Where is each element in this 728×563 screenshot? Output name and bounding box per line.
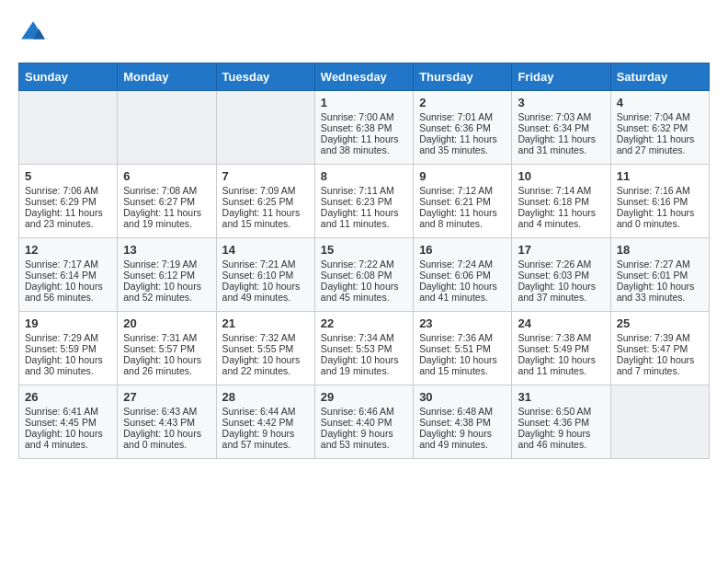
day-info-line: Sunset: 6:32 PM [617,122,703,133]
day-info-line: Sunrise: 7:36 AM [419,332,506,343]
day-info-line: Sunset: 6:27 PM [123,196,210,207]
day-info-line: Sunset: 6:01 PM [617,270,703,281]
day-number: 13 [123,243,210,257]
day-info-line: Sunrise: 7:17 AM [25,259,111,270]
day-info-line: Sunrise: 7:24 AM [419,259,506,270]
day-info-line: Daylight: 10 hours [222,354,309,365]
day-header-thursday: Thursday [414,63,512,91]
day-info-line: Sunrise: 7:12 AM [419,185,506,196]
week-row-5: 26Sunrise: 6:41 AMSunset: 4:45 PMDayligh… [19,385,710,459]
day-header-wednesday: Wednesday [314,63,413,91]
day-number: 22 [321,316,407,330]
day-cell-9: 9Sunrise: 7:12 AMSunset: 6:21 PMDaylight… [414,165,512,238]
day-number: 27 [123,390,210,404]
day-cell-27: 27Sunrise: 6:43 AMSunset: 4:43 PMDayligh… [118,385,216,459]
day-cell-22: 22Sunrise: 7:34 AMSunset: 5:53 PMDayligh… [314,312,413,385]
day-info-line: and 11 minutes. [518,365,604,376]
logo-icon [18,18,48,48]
week-row-3: 12Sunrise: 7:17 AMSunset: 6:14 PMDayligh… [19,238,710,312]
day-info-line: and 4 minutes. [25,439,111,450]
day-header-tuesday: Tuesday [216,63,314,91]
day-number: 16 [419,243,506,257]
day-info-line: Daylight: 9 hours [419,428,506,439]
day-cell-25: 25Sunrise: 7:39 AMSunset: 5:47 PMDayligh… [610,312,709,385]
day-info-line: and 0 minutes. [123,439,210,450]
day-header-saturday: Saturday [610,63,709,91]
day-number: 4 [617,96,703,109]
day-cell-14: 14Sunrise: 7:21 AMSunset: 6:10 PMDayligh… [216,238,314,312]
day-info-line: Daylight: 9 hours [518,428,604,439]
day-cell-31: 31Sunrise: 6:50 AMSunset: 4:36 PMDayligh… [512,385,610,459]
day-info-line: Sunrise: 7:26 AM [518,259,604,270]
day-info-line: Sunrise: 7:21 AM [222,259,309,270]
day-header-row: SundayMondayTuesdayWednesdayThursdayFrid… [19,63,710,91]
day-info-line: Daylight: 11 hours [518,133,604,144]
day-info-line: Daylight: 11 hours [518,207,604,218]
day-info-line: and 0 minutes. [617,218,703,229]
empty-cell [216,91,314,165]
day-info-line: and 8 minutes. [419,218,506,229]
day-info-line: Sunrise: 7:22 AM [321,259,407,270]
day-header-friday: Friday [512,63,610,91]
day-cell-29: 29Sunrise: 6:46 AMSunset: 4:40 PMDayligh… [314,385,413,459]
day-cell-30: 30Sunrise: 6:48 AMSunset: 4:38 PMDayligh… [414,385,512,459]
day-number: 28 [222,390,309,404]
day-info-line: and 57 minutes. [222,439,309,450]
day-number: 3 [518,96,604,109]
week-row-1: 1Sunrise: 7:00 AMSunset: 6:38 PMDaylight… [19,91,710,165]
day-info-line: Sunset: 6:12 PM [123,270,210,281]
day-info-line: Sunset: 5:49 PM [518,343,604,354]
day-info-line: Sunrise: 7:19 AM [123,259,210,270]
day-info-line: and 26 minutes. [123,365,210,376]
day-info-line: Daylight: 10 hours [617,354,703,365]
day-info-line: Sunset: 6:08 PM [321,270,407,281]
day-info-line: Daylight: 10 hours [123,281,210,292]
day-cell-2: 2Sunrise: 7:01 AMSunset: 6:36 PMDaylight… [414,91,512,165]
day-info-line: and 22 minutes. [222,365,309,376]
day-info-line: and 30 minutes. [25,365,111,376]
day-number: 29 [321,390,407,404]
day-info-line: Sunrise: 7:27 AM [617,259,703,270]
day-info-line: Sunrise: 7:09 AM [222,185,309,196]
day-info-line: Daylight: 10 hours [123,428,210,439]
day-info-line: Sunset: 6:16 PM [617,196,703,207]
day-info-line: and 31 minutes. [518,144,604,155]
day-cell-19: 19Sunrise: 7:29 AMSunset: 5:59 PMDayligh… [19,312,118,385]
empty-cell [610,385,709,459]
day-cell-26: 26Sunrise: 6:41 AMSunset: 4:45 PMDayligh… [19,385,118,459]
day-info-line: and 23 minutes. [25,218,111,229]
day-number: 18 [617,243,703,257]
day-number: 17 [518,243,604,257]
day-number: 11 [617,169,703,183]
day-header-sunday: Sunday [19,63,118,91]
day-number: 31 [518,390,604,404]
day-info-line: Daylight: 11 hours [617,133,703,144]
day-info-line: Daylight: 10 hours [25,354,111,365]
day-cell-4: 4Sunrise: 7:04 AMSunset: 6:32 PMDaylight… [610,91,709,165]
day-info-line: and 49 minutes. [222,292,309,303]
day-number: 8 [321,169,407,183]
day-info-line: Sunset: 6:29 PM [25,196,111,207]
day-info-line: Daylight: 11 hours [123,207,210,218]
day-info-line: Sunrise: 7:32 AM [222,332,309,343]
day-info-line: Daylight: 10 hours [321,354,407,365]
empty-cell [19,91,118,165]
day-info-line: Daylight: 9 hours [222,428,309,439]
day-info-line: Sunrise: 6:50 AM [518,406,604,417]
day-info-line: and 19 minutes. [123,218,210,229]
day-cell-18: 18Sunrise: 7:27 AMSunset: 6:01 PMDayligh… [610,238,709,312]
day-info-line: Sunset: 6:34 PM [518,122,604,133]
day-info-line: Daylight: 10 hours [518,354,604,365]
day-info-line: Daylight: 10 hours [25,281,111,292]
day-cell-8: 8Sunrise: 7:11 AMSunset: 6:23 PMDaylight… [314,165,413,238]
day-cell-3: 3Sunrise: 7:03 AMSunset: 6:34 PMDaylight… [512,91,610,165]
day-cell-7: 7Sunrise: 7:09 AMSunset: 6:25 PMDaylight… [216,165,314,238]
day-info-line: Daylight: 11 hours [321,207,407,218]
page-header [18,18,710,48]
day-number: 15 [321,243,407,257]
day-info-line: Sunrise: 6:41 AM [25,406,111,417]
day-info-line: and 27 minutes. [617,144,703,155]
day-info-line: Sunrise: 7:14 AM [518,185,604,196]
day-info-line: Sunrise: 7:03 AM [518,111,604,122]
day-cell-12: 12Sunrise: 7:17 AMSunset: 6:14 PMDayligh… [19,238,118,312]
